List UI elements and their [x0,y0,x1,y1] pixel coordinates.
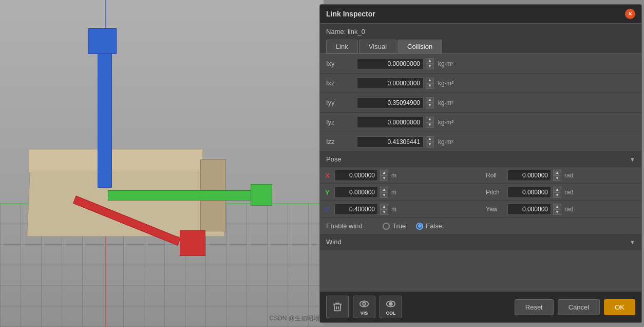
pose-x-input[interactable] [334,170,378,181]
spin-down-pitch[interactable]: ▼ [553,192,561,198]
dialog-content[interactable]: Ixy ▲ ▼ kg·m² Ixz ▲ ▼ kg·m² [320,53,641,291]
pose-cell-y: Y ▲ ▼ m [320,184,481,201]
spin-down-x[interactable]: ▼ [380,175,388,181]
cancel-button[interactable]: Cancel [558,299,600,315]
spin-up-x[interactable]: ▲ [380,170,388,175]
pose-yaw-unit: rad [564,206,573,213]
radio-false-label: False [426,222,442,230]
field-input-wrap-ixz: ▲ ▼ kg·m² [357,78,635,89]
vis-label: VIS [361,311,368,316]
spin-yaw: ▲ ▼ [553,204,561,215]
spin-ixz: ▲ ▼ [426,78,434,89]
link-name-label: Name: link_0 [326,28,365,35]
spin-down-roll[interactable]: ▼ [553,175,561,181]
radio-true-circle [383,223,390,230]
pose-grid: X ▲ ▼ m Roll ▲ ▼ rad Y [320,167,641,218]
pose-section-title: Pose [326,155,342,163]
vis-button[interactable]: VIS [353,296,375,318]
field-input-ixy[interactable] [357,58,424,69]
spin-up-ixy[interactable]: ▲ [426,58,434,64]
enable-wind-radio-group: True False [383,222,442,230]
spin-down-ixz[interactable]: ▼ [426,83,434,89]
pose-cell-roll: Roll ▲ ▼ rad [481,167,641,184]
field-input-wrap-iyz: ▲ ▼ kg·m² [357,117,635,128]
svg-point-0 [360,301,369,307]
spin-x: ▲ ▼ [380,170,388,181]
pose-z-unit: m [391,206,396,213]
box-top-face [28,149,203,172]
spin-up-ixz[interactable]: ▲ [426,78,434,83]
pose-y-label: Y [325,189,332,196]
pose-roll-unit: rad [564,172,573,179]
spin-iyz: ▲ ▼ [426,117,434,128]
wind-section-header[interactable]: Wind ▼ [320,234,641,250]
field-row-iyy: Iyy ▲ ▼ kg·m² [320,93,641,113]
red-end-block [180,230,205,256]
pose-cell-z: Z ▲ ▼ m [320,201,481,218]
spin-down-z[interactable]: ▼ [380,209,388,215]
spin-up-iyy[interactable]: ▲ [426,97,434,103]
spin-up-yaw[interactable]: ▲ [553,204,561,209]
pose-roll-input[interactable] [507,170,551,181]
tab-link[interactable]: Link [326,40,358,53]
pose-section-header[interactable]: Pose ▼ [320,152,641,167]
spin-up-pitch[interactable]: ▲ [553,187,561,192]
pose-z-input[interactable] [334,204,378,215]
reset-button[interactable]: Reset [515,299,554,315]
pose-yaw-label: Yaw [486,206,505,213]
pose-chevron-icon: ▼ [630,156,635,162]
field-label-izz: Izz [326,138,357,146]
pose-y-input[interactable] [334,187,378,198]
spin-up-z[interactable]: ▲ [380,204,388,209]
spin-down-iyz[interactable]: ▼ [426,122,434,128]
ok-button[interactable]: OK [604,299,635,315]
wind-section-title: Wind [326,238,342,246]
pose-x-label: X [325,172,332,179]
pose-yaw-input[interactable] [507,204,551,215]
field-row-ixz: Ixz ▲ ▼ kg·m² [320,74,641,93]
radio-false-circle [416,223,423,230]
pose-pitch-label: Pitch [486,189,505,196]
field-input-iyz[interactable] [357,117,424,128]
field-input-wrap-iyy: ▲ ▼ kg·m² [357,97,635,108]
spin-down-iyy[interactable]: ▼ [426,103,434,108]
spin-up-izz[interactable]: ▲ [426,136,434,142]
col-eye-icon [385,298,396,310]
pose-cell-yaw: Yaw ▲ ▼ rad [481,201,641,218]
tab-visual[interactable]: Visual [359,40,396,53]
spin-down-izz[interactable]: ▼ [426,142,434,148]
radio-false-option[interactable]: False [416,222,442,230]
field-input-ixz[interactable] [357,78,424,89]
3d-viewport: CSDN @生如昭翊 [0,0,324,327]
spin-pitch: ▲ ▼ [553,187,561,198]
svg-point-3 [389,302,392,305]
radio-false-dot [418,224,422,228]
spin-up-y[interactable]: ▲ [380,187,388,192]
field-input-wrap-izz: ▲ ▼ kg·m² [357,136,635,148]
spin-up-iyz[interactable]: ▲ [426,117,434,122]
radio-true-option[interactable]: True [383,222,406,230]
pose-roll-label: Roll [486,172,505,179]
spin-down-y[interactable]: ▼ [380,192,388,198]
tab-collision[interactable]: Collision [397,40,442,53]
spin-up-roll[interactable]: ▲ [553,170,561,175]
svg-point-1 [363,302,366,305]
pose-x-unit: m [391,172,396,179]
dialog-title-bar: Link Inspector × [320,5,641,24]
spin-down-ixy[interactable]: ▼ [426,64,434,69]
unit-ixy: kg·m² [438,60,453,67]
field-input-iyy[interactable] [357,97,424,108]
pose-pitch-unit: rad [564,189,573,196]
close-button[interactable]: × [625,9,635,19]
spin-down-yaw[interactable]: ▼ [553,209,561,215]
spin-izz: ▲ ▼ [426,136,434,148]
enable-wind-label: Enable wind [326,222,372,230]
col-button[interactable]: COL [380,296,402,318]
pose-cell-pitch: Pitch ▲ ▼ rad [481,184,641,201]
field-input-izz[interactable] [357,136,424,148]
delete-button[interactable] [326,296,349,318]
field-row-iyz: Iyz ▲ ▼ kg·m² [320,113,641,132]
vis-eye-icon [358,298,370,310]
field-row-izz: Izz ▲ ▼ kg·m² [320,132,641,152]
pose-pitch-input[interactable] [507,187,551,198]
